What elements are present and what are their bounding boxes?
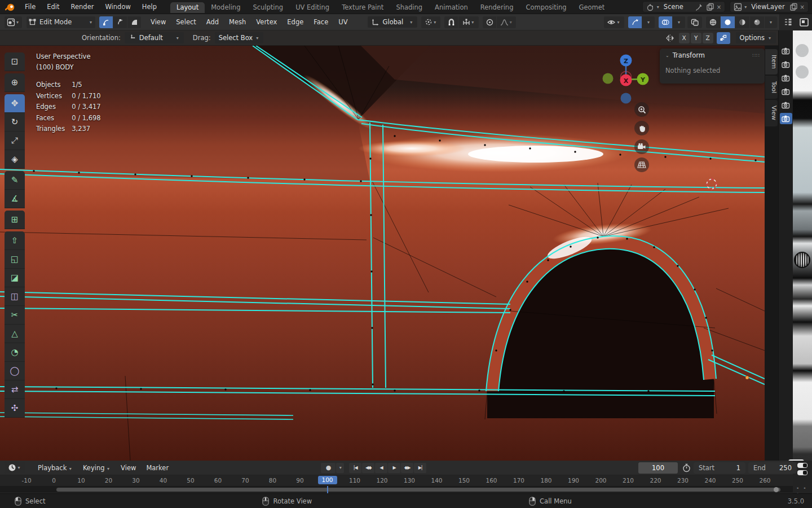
pan-button-faded[interactable] — [796, 65, 809, 78]
new-viewlayer-icon[interactable] — [789, 3, 798, 11]
new-scene-icon[interactable] — [706, 3, 714, 11]
camera-item[interactable] — [780, 45, 792, 56]
tool-annotate[interactable]: ✎ — [5, 171, 25, 190]
image-editor-icon[interactable] — [800, 18, 809, 27]
timeline-menu-view[interactable]: View — [116, 464, 141, 472]
tool-inset-faces[interactable]: ◱ — [5, 250, 25, 269]
tool-knife[interactable]: ✂ — [5, 306, 25, 325]
toggle-icon[interactable] — [797, 463, 807, 468]
next-keyframe-button[interactable]: ◆▶ — [401, 463, 413, 473]
workspace-tab-texture-paint[interactable]: Texture Paint — [336, 2, 390, 13]
playhead[interactable]: 100 — [317, 476, 337, 484]
workspace-tab-compositing[interactable]: Compositing — [519, 2, 572, 13]
rendered-shading-button[interactable] — [750, 16, 764, 28]
mirror-axis-y-button[interactable]: Y — [691, 33, 701, 43]
xray-toggle-button[interactable] — [687, 16, 702, 28]
start-frame-field[interactable]: Start 1 — [694, 462, 745, 474]
material-preview-button[interactable] — [735, 16, 749, 28]
face-select-mode-button[interactable] — [127, 16, 141, 28]
workspace-tab-rendering[interactable]: Rendering — [474, 2, 520, 13]
workspace-tab-sculpting[interactable]: Sculpting — [246, 2, 289, 13]
edge-select-mode-button[interactable] — [113, 16, 127, 28]
sidebar-tab-view[interactable]: View — [765, 100, 778, 126]
timeline-menu-playback[interactable]: Playback ▾ — [33, 464, 78, 472]
mirror-axis-x-button[interactable]: X — [679, 33, 690, 43]
workspace-tab-layout[interactable]: Layout — [170, 2, 205, 13]
blender-logo-icon[interactable] — [5, 2, 15, 12]
perspective-toggle-button[interactable] — [634, 157, 649, 172]
workspace-tab-geometry-nodes[interactable]: Geometry Nodes — [573, 2, 604, 13]
scene-name[interactable]: Scene — [660, 3, 694, 11]
tool-orientation-dropdown[interactable]: Default ▾ — [125, 32, 184, 43]
options-dropdown[interactable]: Options ▾ — [736, 32, 776, 43]
workspace-tab-uv-editing[interactable]: UV Editing — [289, 2, 336, 13]
end-frame-field[interactable]: End 250 — [748, 462, 797, 474]
viewlayer-selector[interactable]: ▾ ViewLayer × — [730, 1, 809, 12]
proportional-falloff-button[interactable]: ▾ — [497, 16, 516, 28]
menu-file[interactable]: File — [19, 0, 41, 14]
outliner-editor-icon[interactable] — [784, 18, 792, 26]
tool-add-cube[interactable]: ⊞ — [5, 211, 25, 229]
gizmo-minus-y-axis[interactable] — [603, 73, 614, 84]
snap-toggle-button[interactable] — [444, 16, 458, 28]
tool-rotate[interactable]: ↻ — [5, 113, 25, 132]
prev-keyframe-button[interactable]: ◀◆ — [362, 463, 374, 473]
tool-scale[interactable]: ⤢ — [5, 132, 25, 150]
timeline-menu-marker[interactable]: Marker — [141, 464, 174, 472]
scene-selector[interactable]: ▾ Scene × — [642, 1, 725, 12]
remove-viewlayer-icon[interactable]: × — [800, 4, 805, 10]
vertex-select-mode-button[interactable] — [99, 16, 113, 28]
tool-spin[interactable]: ◔ — [5, 343, 25, 362]
toggle-icon[interactable] — [797, 470, 807, 475]
menu-help[interactable]: Help — [136, 0, 162, 14]
play-reverse-button[interactable]: ◀ — [375, 463, 387, 473]
3d-viewport[interactable]: ⊡⊕✥↻⤢◈✎∡⊞⇧◱◪◫✂△◔◯⇄✣ User Perspective (10… — [0, 46, 765, 461]
viewlayer-name[interactable]: ViewLayer — [748, 3, 788, 11]
panel-drag-handle[interactable]: ∷∷ — [753, 52, 760, 58]
editor-type-button[interactable]: ▾ — [5, 16, 22, 28]
viewport-menu-vertex[interactable]: Vertex — [251, 18, 282, 26]
tool-edge-slide[interactable]: ⇄ — [5, 380, 25, 399]
tool-extrude-region[interactable]: ⇧ — [5, 231, 25, 250]
sidebar-tab-tool[interactable]: Tool — [765, 76, 778, 99]
mirror-axis-z-button[interactable]: Z — [703, 33, 713, 43]
solid-shading-button[interactable] — [721, 16, 735, 28]
camera-view-button[interactable] — [634, 139, 649, 154]
shading-settings-button[interactable]: ▾ — [765, 16, 777, 28]
play-button[interactable]: ▶ — [388, 463, 400, 473]
menu-edit[interactable]: Edit — [41, 0, 65, 14]
wireframe-shading-button[interactable] — [706, 16, 720, 28]
current-frame-field[interactable]: 100 — [638, 462, 678, 474]
pivot-point-button[interactable]: ▾ — [421, 16, 440, 28]
viewport-menu-uv[interactable]: UV — [333, 18, 352, 26]
unlink-scene-icon[interactable]: × — [717, 4, 721, 10]
tool-move[interactable]: ✥ — [5, 94, 25, 113]
mode-dropdown[interactable]: Edit Mode ▾ — [27, 16, 95, 28]
reference-image-strip[interactable] — [793, 30, 812, 493]
menu-window[interactable]: Window — [99, 0, 136, 14]
viewport-menu-mesh[interactable]: Mesh — [224, 18, 251, 26]
workspace-tab-animation[interactable]: Animation — [429, 2, 474, 13]
tool-loop-cut[interactable]: ◫ — [5, 287, 25, 306]
show-gizmo-button[interactable] — [628, 16, 642, 28]
workspace-tab-modeling[interactable]: Modeling — [205, 2, 246, 13]
menu-render[interactable]: Render — [65, 0, 100, 14]
camera-item[interactable] — [780, 59, 792, 70]
overlays-settings-button[interactable]: ▾ — [673, 16, 685, 28]
zoom-button-faded[interactable] — [796, 44, 809, 57]
tool-cursor[interactable]: ⊕ — [5, 73, 25, 92]
pin-icon[interactable] — [695, 3, 704, 11]
tool-poly-build[interactable]: △ — [5, 325, 25, 343]
camera-item[interactable] — [780, 99, 792, 111]
jump-to-start-button[interactable]: |◀ — [349, 463, 361, 473]
zoom-button[interactable] — [634, 102, 649, 117]
auto-keying-button[interactable]: ● — [321, 463, 336, 473]
snap-settings-button[interactable]: ▾ — [458, 16, 479, 28]
timeline-editor-type-button[interactable]: ▾ — [5, 462, 25, 474]
pan-button[interactable] — [634, 121, 649, 135]
tool-measure[interactable]: ∡ — [5, 190, 25, 208]
viewport-menu-edge[interactable]: Edge — [282, 18, 308, 26]
workspace-tab-shading[interactable]: Shading — [390, 2, 429, 13]
timeline-menu-keying[interactable]: Keying ▾ — [78, 464, 116, 472]
tool-transform[interactable]: ◈ — [5, 150, 25, 169]
